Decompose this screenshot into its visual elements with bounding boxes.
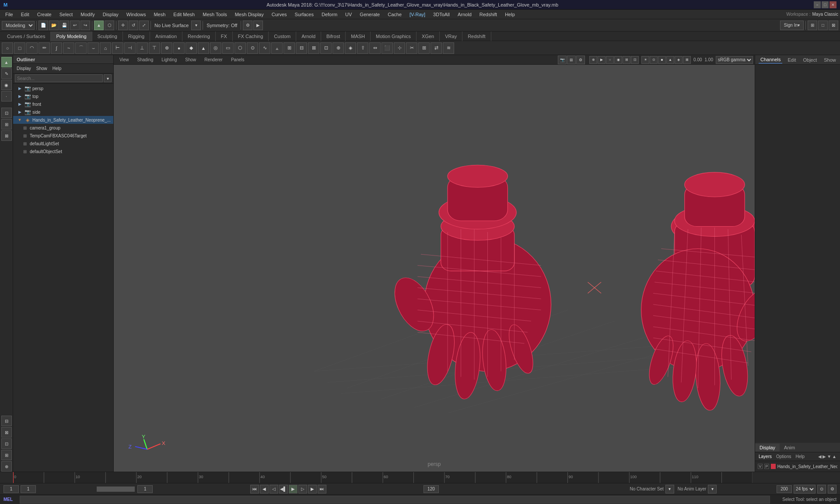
tab-vray[interactable]: VRay [440, 32, 462, 41]
maximize-button[interactable]: □ [822, 1, 829, 8]
shelf-circle[interactable]: ○ [2, 42, 13, 54]
menu-select[interactable]: Select [56, 11, 77, 18]
layer-tool-5[interactable]: ⊕ [1, 461, 12, 472]
outliner-search-input[interactable] [15, 74, 103, 82]
outliner-item-front[interactable]: ▶ 📷 front [13, 100, 113, 108]
shelf-curve2[interactable]: ~ [63, 42, 74, 54]
vp-tb8[interactable]: ⊙ [650, 56, 658, 64]
tab-fx-caching[interactable]: FX Caching [233, 32, 269, 41]
minimize-button[interactable]: − [814, 1, 821, 8]
character-set-dropdown[interactable]: ▾ [665, 485, 674, 494]
open-scene-button[interactable]: 📂 [49, 21, 59, 30]
shelf-shape1[interactable]: ⟁ [271, 42, 283, 54]
prev-key[interactable]: ◁ [270, 485, 278, 494]
play-forward[interactable]: ▶ [289, 485, 298, 494]
shelf-sphere[interactable]: ● [173, 42, 185, 54]
mel-label[interactable]: MEL [4, 497, 13, 502]
render-settings-button[interactable]: ⚙ [243, 21, 252, 30]
scale-tool-button[interactable]: ⤢ [139, 21, 149, 30]
save-scene-button[interactable]: 💾 [60, 21, 69, 30]
playback-range-bar[interactable] [97, 486, 135, 492]
shelf-tool2[interactable]: ⊢ [112, 42, 123, 54]
outliner-item-persp[interactable]: ▶ 📷 persp [13, 84, 113, 92]
tab-arnold[interactable]: Arnold [296, 32, 321, 41]
vp-tab-shading[interactable]: Shading [133, 56, 158, 63]
key-settings-btn[interactable]: ⚙ [828, 485, 836, 494]
range-end-input[interactable] [424, 485, 439, 493]
layout-grid-button[interactable]: ⊞ [808, 21, 817, 30]
shelf-tool4[interactable]: ⊥ [136, 42, 148, 54]
select-tool-button[interactable]: ▲ [94, 21, 104, 30]
outliner-show-menu[interactable]: Show [35, 66, 49, 71]
shelf-tool3[interactable]: ⊣ [124, 42, 136, 54]
options-subtab[interactable]: Options [774, 453, 793, 460]
menu-edit-mesh[interactable]: Edit Mesh [170, 11, 198, 18]
shelf-torus[interactable]: ◎ [210, 42, 221, 54]
tab-animation[interactable]: Animation [150, 32, 182, 41]
timeline-container[interactable] [0, 472, 840, 483]
vp-tb10[interactable]: ▲ [666, 56, 674, 64]
shelf-arc[interactable]: ◠ [26, 42, 38, 54]
live-surface-dropdown[interactable]: ▾ [191, 21, 201, 30]
layer-arrow-left[interactable]: ◀ [818, 454, 822, 459]
tab-redshift[interactable]: Redshift [462, 32, 491, 41]
move-tool-button[interactable]: ✛ [118, 21, 128, 30]
menu-3dtoall[interactable]: 3DToAll [430, 11, 453, 18]
outliner-item-side[interactable]: ▶ 📷 side [13, 108, 113, 116]
tool-c[interactable]: ⊠ [1, 130, 12, 141]
menu-surfaces[interactable]: Surfaces [291, 11, 317, 18]
shelf-shape3[interactable]: ⊟ [296, 42, 307, 54]
tab-motion-graphics[interactable]: Motion Graphics [371, 32, 416, 41]
help-subtab[interactable]: Help [794, 453, 806, 460]
layer-arrow-up[interactable]: ▲ [832, 454, 836, 459]
redo-button[interactable]: ↪ [80, 21, 90, 30]
shelf-multi[interactable]: ⊹ [394, 42, 405, 54]
menu-file[interactable]: File [2, 11, 17, 18]
vp-tb9[interactable]: ■ [658, 56, 666, 64]
menu-redshift[interactable]: Redshift [476, 11, 500, 18]
tab-xgen[interactable]: XGen [416, 32, 440, 41]
vp-tb11[interactable]: ◈ [675, 56, 682, 64]
undo-button[interactable]: ↩ [70, 21, 80, 30]
shelf-tool6[interactable]: ⊕ [161, 42, 172, 54]
outliner-item-hands[interactable]: ▼ ◈ Hands_in_Safety_Leather_Neoprene_... [13, 116, 113, 124]
vp-tb2[interactable]: ▶ [598, 56, 606, 64]
menu-help[interactable]: Help [501, 11, 518, 18]
tab-bifrost[interactable]: Bifrost [321, 32, 346, 41]
object-tab[interactable]: Object [801, 56, 819, 63]
menu-generate[interactable]: Generate [356, 11, 383, 18]
shelf-cut[interactable]: ✂ [406, 42, 417, 54]
menu-deform[interactable]: Deform [318, 11, 341, 18]
tab-fx[interactable]: FX [216, 32, 233, 41]
shelf-plane[interactable]: ▭ [222, 42, 234, 54]
rotate-tool-button[interactable]: ↺ [129, 21, 138, 30]
display-tab[interactable]: Display [755, 444, 780, 452]
shelf-tool5[interactable]: ⊤ [149, 42, 160, 54]
menu-uv[interactable]: UV [342, 11, 355, 18]
vp-tab-renderer[interactable]: Renderer [200, 56, 227, 63]
vp-tb1[interactable]: ⊕ [589, 56, 597, 64]
shelf-extrude[interactable]: ⇧ [357, 42, 368, 54]
shelf-pipe[interactable]: ⊙ [247, 42, 258, 54]
vertex-tool[interactable]: · [1, 91, 12, 102]
vp-tb12[interactable]: ⊠ [683, 56, 691, 64]
menu-windows[interactable]: Windows [123, 11, 150, 18]
mode-select[interactable]: Modeling [2, 21, 35, 30]
edit-tab[interactable]: Edit [786, 56, 798, 63]
menu-create[interactable]: Create [34, 11, 55, 18]
tab-rendering[interactable]: Rendering [182, 32, 216, 41]
range-start-input[interactable] [21, 485, 36, 493]
shelf-pen[interactable]: ✏ [38, 42, 50, 54]
tab-custom[interactable]: Custom [269, 32, 296, 41]
layer-tool-3[interactable]: ⊡ [1, 438, 12, 449]
outliner-item-camera1group[interactable]: ⊞ camera1_group [13, 124, 113, 132]
menu-edit[interactable]: Edit [18, 11, 33, 18]
shelf-helix[interactable]: ∿ [259, 42, 270, 54]
lasso-select-button[interactable]: ⬡ [105, 21, 114, 30]
shelf-cone[interactable]: ▲ [198, 42, 209, 54]
tab-rigging[interactable]: Rigging [123, 32, 150, 41]
anim-layer-dropdown[interactable]: ▾ [708, 485, 717, 494]
menu-modify[interactable]: Modify [77, 11, 98, 18]
vp-camera-icon[interactable]: 📷 [558, 56, 567, 64]
shelf-square[interactable]: □ [14, 42, 25, 54]
